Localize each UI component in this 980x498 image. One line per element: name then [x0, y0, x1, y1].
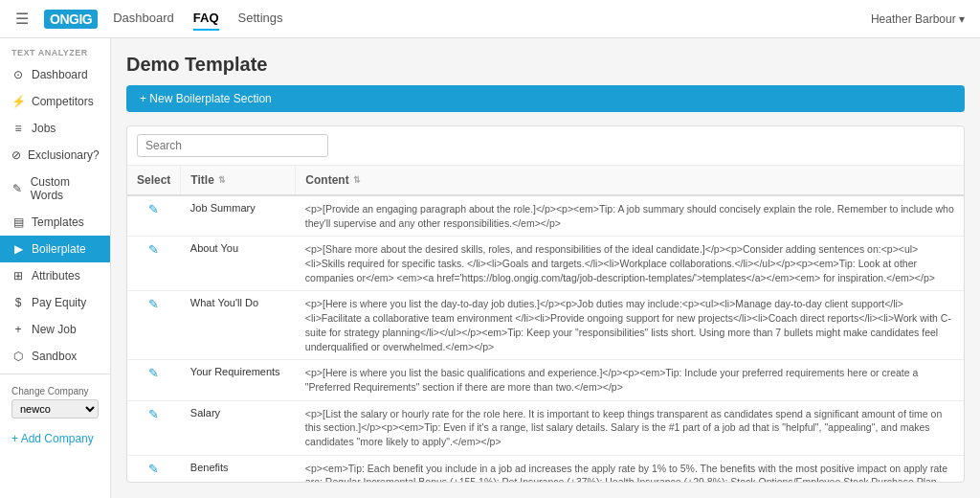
- row-content-cell: <p>[List the salary or hourly rate for t…: [296, 400, 964, 455]
- sidebar-label-new-job: New Job: [32, 323, 77, 336]
- edit-icon[interactable]: ✎: [148, 366, 159, 380]
- sidebar-item-boilerplate[interactable]: ▶ Boilerplate: [0, 236, 110, 262]
- row-select-cell: ✎: [127, 360, 181, 400]
- table-scroll: Select Title ⇅ Content: [127, 166, 964, 482]
- boilerplate-table-container: Select Title ⇅ Content: [126, 125, 965, 483]
- sidebar-label-templates: Templates: [32, 215, 84, 229]
- search-input[interactable]: [137, 134, 328, 157]
- table-row: ✎Benefits<p><em>Tip: Each benefit you in…: [127, 455, 964, 482]
- edit-icon[interactable]: ✎: [148, 202, 159, 216]
- sidebar-label-sandbox: Sandbox: [32, 350, 77, 363]
- sidebar-item-exclusionary[interactable]: ⊘ Exclusionary?: [0, 142, 110, 169]
- user-menu[interactable]: Heather Barbour ▾: [871, 12, 965, 26]
- sidebar-item-attributes[interactable]: ⊞ Attributes: [0, 262, 110, 289]
- row-title-cell: Benefits: [181, 455, 296, 482]
- row-title-cell: About You: [181, 237, 296, 291]
- jobs-icon: ≡: [11, 122, 25, 135]
- col-header-title[interactable]: Title ⇅: [181, 166, 296, 195]
- main-content: Demo Template + New Boilerplate Section …: [111, 38, 980, 498]
- sidebar-item-jobs[interactable]: ≡ Jobs: [0, 115, 110, 142]
- sidebar-label-exclusionary: Exclusionary?: [28, 148, 100, 162]
- row-content-cell: <p>[Here is where you list the basic qua…: [296, 360, 964, 400]
- table-row: ✎What You'll Do<p>[Here is where you lis…: [127, 291, 964, 360]
- change-company-label: Change Company: [11, 386, 99, 396]
- sandbox-icon: ⬡: [11, 350, 25, 363]
- company-selector: Change Company newco: [0, 378, 110, 426]
- row-title-cell: Salary: [181, 400, 296, 455]
- row-select-cell: ✎: [127, 455, 181, 482]
- sidebar-label-jobs: Jobs: [32, 122, 56, 135]
- sidebar-item-competitors[interactable]: ⚡ Competitors: [0, 88, 110, 115]
- sort-icon-content: ⇅: [353, 175, 361, 185]
- boilerplate-icon: ▶: [11, 242, 25, 256]
- sidebar-item-new-job[interactable]: + New Job: [0, 316, 110, 343]
- sidebar-label-competitors: Competitors: [32, 95, 94, 108]
- sidebar-item-dashboard[interactable]: ⊙ Dashboard: [0, 61, 110, 88]
- sidebar-label-pay-equity: Pay Equity: [32, 296, 86, 309]
- table-row: ✎Job Summary<p>[Provide an engaging para…: [127, 195, 964, 237]
- exclusionary-icon: ⊘: [11, 148, 21, 162]
- top-nav-links: Dashboard FAQ Settings: [113, 7, 871, 31]
- row-title-cell: What You'll Do: [181, 291, 296, 360]
- sidebar-item-templates[interactable]: ▤ Templates: [0, 209, 110, 236]
- col-header-select: Select: [127, 166, 181, 195]
- row-title-cell: Your Requirements: [181, 360, 296, 400]
- nav-link-settings[interactable]: Settings: [238, 7, 283, 31]
- sidebar-section-label: TEXT ANALYZER: [0, 38, 110, 61]
- templates-icon: ▤: [11, 215, 25, 229]
- row-select-cell: ✎: [127, 237, 181, 291]
- boilerplate-table: Select Title ⇅ Content: [127, 166, 964, 482]
- table-row: ✎Salary<p>[List the salary or hourly rat…: [127, 400, 964, 455]
- dashboard-icon: ⊙: [11, 68, 25, 81]
- sidebar-label-dashboard: Dashboard: [32, 68, 88, 81]
- edit-icon[interactable]: ✎: [148, 297, 159, 311]
- table-row: ✎Your Requirements<p>[Here is where you …: [127, 360, 964, 400]
- sidebar-label-attributes: Attributes: [32, 269, 80, 283]
- row-title-cell: Job Summary: [181, 195, 296, 237]
- competitors-icon: ⚡: [11, 95, 25, 108]
- sidebar: TEXT ANALYZER ⊙ Dashboard ⚡ Competitors …: [0, 38, 111, 498]
- row-select-cell: ✎: [127, 400, 181, 455]
- nav-link-faq[interactable]: FAQ: [193, 7, 219, 31]
- sidebar-item-sandbox[interactable]: ⬡ Sandbox: [0, 343, 110, 370]
- top-nav: ☰ ONGIG Dashboard FAQ Settings Heather B…: [0, 0, 980, 38]
- edit-icon[interactable]: ✎: [148, 242, 159, 257]
- row-select-cell: ✎: [127, 195, 181, 237]
- row-content-cell: <p>[Share more about the desired skills,…: [296, 237, 964, 291]
- add-company-button[interactable]: + Add Company: [0, 426, 110, 451]
- page-title: Demo Template: [126, 54, 965, 76]
- sidebar-item-pay-equity[interactable]: $ Pay Equity: [0, 289, 110, 316]
- new-job-icon: +: [11, 323, 25, 336]
- sidebar-divider: [0, 374, 110, 374]
- attributes-icon: ⊞: [11, 269, 25, 283]
- company-select[interactable]: newco: [11, 399, 99, 419]
- edit-icon[interactable]: ✎: [148, 407, 159, 421]
- table-row: ✎About You<p>[Share more about the desir…: [127, 237, 964, 291]
- row-content-cell: <p><em>Tip: Each benefit you include in …: [296, 455, 964, 482]
- sidebar-label-custom-words: Custom Words: [31, 175, 99, 202]
- edit-icon[interactable]: ✎: [148, 462, 159, 476]
- custom-words-icon: ✎: [11, 182, 24, 195]
- row-content-cell: <p>[Provide an engaging paragraph about …: [296, 195, 964, 237]
- logo: ONGIG: [44, 10, 98, 29]
- sort-icon-title: ⇅: [218, 175, 226, 185]
- search-bar: [127, 126, 964, 166]
- row-select-cell: ✎: [127, 291, 181, 360]
- hamburger-icon[interactable]: ☰: [15, 10, 29, 28]
- sidebar-item-custom-words[interactable]: ✎ Custom Words: [0, 169, 110, 209]
- row-content-cell: <p>[Here is where you list the day-to-da…: [296, 291, 964, 360]
- nav-link-dashboard[interactable]: Dashboard: [113, 7, 174, 31]
- pay-equity-icon: $: [11, 296, 25, 309]
- col-header-content[interactable]: Content ⇅: [296, 166, 964, 195]
- new-boilerplate-section-button[interactable]: + New Boilerplate Section: [126, 85, 965, 112]
- sidebar-label-boilerplate: Boilerplate: [32, 242, 86, 256]
